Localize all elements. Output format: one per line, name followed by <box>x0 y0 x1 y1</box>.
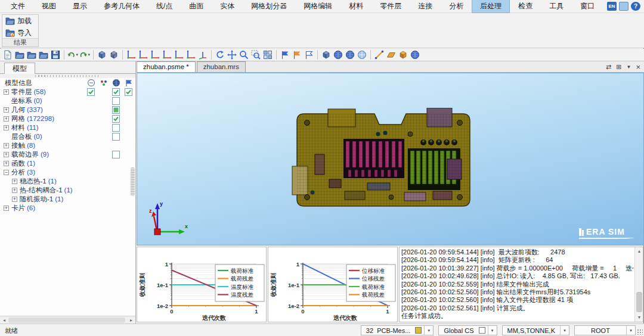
language-en-icon[interactable]: EN <box>607 2 617 11</box>
menu-item-8[interactable]: 网格编辑 <box>295 0 340 13</box>
tree-checkbox[interactable] <box>125 88 132 96</box>
help-icon[interactable]: ? <box>631 2 640 11</box>
menu-item-10[interactable]: 零件层 <box>371 0 410 13</box>
tree-item-label[interactable]: 材料 <box>11 124 25 131</box>
expand-icon[interactable]: + <box>4 125 9 130</box>
log-scroll-thumb[interactable] <box>636 292 642 312</box>
triad-icon[interactable] <box>197 49 209 60</box>
expand-icon[interactable]: + <box>4 161 9 166</box>
menu-item-4[interactable]: 线/点 <box>148 0 181 13</box>
menu-item-13[interactable]: 后处理 <box>472 0 510 13</box>
root-combo[interactable]: ROOT▾ <box>574 325 636 335</box>
menu-item-9[interactable]: 材料 <box>340 0 371 13</box>
tree-checkbox[interactable] <box>112 151 120 158</box>
tree-row[interactable]: +稳态热-1(1) <box>0 177 135 186</box>
tree-item-label[interactable]: 层合板 <box>11 133 32 140</box>
expand-icon[interactable]: + <box>4 206 9 211</box>
scroll-right-icon[interactable]: ▸ <box>128 317 135 323</box>
undo-icon[interactable]: ▾ <box>67 49 79 60</box>
tree-item-label[interactable]: 网格 <box>11 115 25 122</box>
create-plane-icon[interactable] <box>385 49 397 60</box>
zoom-window-icon[interactable] <box>250 49 262 60</box>
csys-offset-icon[interactable] <box>161 49 173 60</box>
open-file-icon[interactable] <box>14 49 26 60</box>
tree-checkbox[interactable] <box>112 88 120 96</box>
rotate-view-icon[interactable] <box>214 49 226 60</box>
scroll-thumb[interactable] <box>8 318 125 323</box>
import-results-button[interactable]: 导入 <box>2 27 38 39</box>
window-layout-icon[interactable] <box>619 2 628 11</box>
tree-item-label[interactable]: 接触 <box>11 142 25 149</box>
expand-icon[interactable]: + <box>4 143 9 148</box>
tree-row[interactable]: +载荷边界(9) <box>0 150 135 159</box>
shaded-view-icon[interactable] <box>320 49 332 60</box>
tree-item-label[interactable]: 热-结构耦合-1 <box>20 186 63 194</box>
csys-mirror-icon[interactable] <box>173 49 185 60</box>
menu-item-11[interactable]: 连接 <box>410 0 441 13</box>
tree-row[interactable]: 层合板(0) <box>0 132 135 141</box>
redo-icon[interactable]: ▾ <box>79 49 91 60</box>
csys-rotate-icon[interactable] <box>149 49 161 60</box>
menu-item-7[interactable]: 网格划分器 <box>243 0 295 13</box>
menu-item-15[interactable]: 工具 <box>541 0 572 13</box>
load-results-button[interactable]: 加载 <box>2 15 38 27</box>
coordinate-system-combo[interactable]: Global CS▾ <box>438 325 497 335</box>
units-combo-dropdown-icon[interactable]: ▾ <box>561 328 569 333</box>
tree-item-label[interactable]: 载荷边界 <box>11 151 39 158</box>
expand-icon[interactable]: + <box>12 197 17 202</box>
tree-checkbox[interactable] <box>87 88 95 96</box>
new-model-icon[interactable] <box>2 49 14 60</box>
expand-icon[interactable]: + <box>4 116 9 122</box>
tree-horizontal-scrollbar[interactable]: ◂ ▸ <box>0 316 135 323</box>
tree-row[interactable]: +零件层(58) <box>0 88 135 97</box>
menu-item-1[interactable]: 视图 <box>33 0 64 13</box>
csys-create-icon[interactable] <box>125 49 137 60</box>
expand-icon[interactable]: + <box>4 89 9 95</box>
shaded-mesh-view-icon[interactable] <box>332 49 344 60</box>
swap-views-icon[interactable]: ⇄ <box>606 63 611 71</box>
csys-translate-icon[interactable] <box>137 49 149 60</box>
units-combo[interactable]: MM,S,TONNE,K▾ <box>502 325 569 335</box>
tree-item-label[interactable]: 零件层 <box>11 88 32 95</box>
wireframe-view-icon[interactable] <box>344 49 356 60</box>
menu-item-5[interactable]: 曲面 <box>181 0 212 13</box>
log-scrollbar[interactable]: ▴ ▾ <box>634 247 643 322</box>
expand-icon[interactable]: + <box>12 179 17 184</box>
root-combo-dropdown-icon[interactable]: ▾ <box>627 328 635 333</box>
zoom-view-icon[interactable] <box>238 49 250 60</box>
pan-view-icon[interactable] <box>226 49 238 60</box>
create-box-icon[interactable] <box>397 49 409 60</box>
tree-checkbox[interactable] <box>112 115 120 123</box>
transparent-view-icon[interactable] <box>356 49 368 60</box>
color-legend-icon[interactable] <box>100 79 108 87</box>
menu-item-0[interactable]: 文件 <box>2 0 33 13</box>
close-tab-icon[interactable]: × <box>636 63 640 71</box>
save-file-icon[interactable] <box>49 49 61 60</box>
mesh-part-combo[interactable]: 32 PCB-Mes...▾ <box>361 325 434 335</box>
tree-item-label[interactable]: 稳态热-1 <box>20 178 47 185</box>
tree-row[interactable]: +几何(337) <box>0 105 135 114</box>
mesh-display-icon[interactable] <box>112 79 120 87</box>
tree-row[interactable]: +材料(11) <box>0 123 135 132</box>
expand-icon[interactable]: + <box>12 188 17 193</box>
scroll-left-icon[interactable]: ◂ <box>1 317 8 323</box>
tree-checkbox[interactable] <box>112 106 120 114</box>
tree-item-label[interactable]: 卡片 <box>11 204 25 211</box>
select-flag-icon[interactable] <box>279 49 291 60</box>
tree-row[interactable]: −分析(3) <box>0 168 135 177</box>
clear-flag-icon[interactable] <box>303 49 315 60</box>
collapse-icon[interactable]: − <box>4 170 9 175</box>
tree-item-label[interactable]: 随机振动-1 <box>20 195 53 203</box>
menu-item-14[interactable]: 检查 <box>510 0 541 13</box>
tab-zhuban-mrs[interactable]: zhuban.mrs <box>197 61 246 72</box>
tree-row[interactable]: +热-结构耦合-1(1) <box>0 186 135 195</box>
menu-item-2[interactable]: 显示 <box>64 0 95 13</box>
expand-icon[interactable]: + <box>4 152 9 157</box>
menu-item-16[interactable]: 窗口 <box>572 0 603 13</box>
layout-grid-icon[interactable]: ⊞ <box>616 63 621 71</box>
scroll-up-icon[interactable]: ▴ <box>636 248 643 255</box>
tree-row[interactable]: +卡片(6) <box>0 204 135 213</box>
menu-item-12[interactable]: 分析 <box>441 0 472 13</box>
tree-item-label[interactable]: 几何 <box>11 106 25 113</box>
graphics-viewport[interactable]: x y z ERA SIM <box>137 73 644 245</box>
